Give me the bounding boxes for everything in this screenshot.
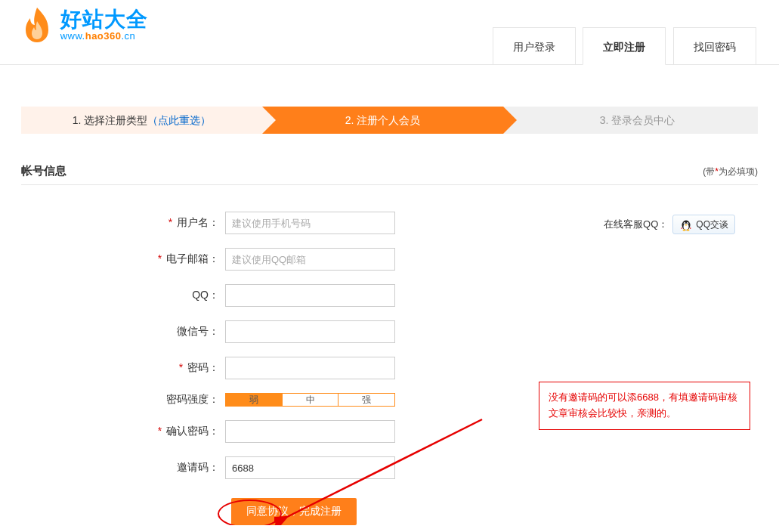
- username-input[interactable]: [225, 212, 395, 234]
- strength-strong: 强: [338, 394, 394, 406]
- svg-point-6: [685, 224, 688, 225]
- confirm-password-input[interactable]: [225, 420, 395, 443]
- qq-penguin-icon: [679, 218, 693, 231]
- step-1: 1. 选择注册类型（点此重选）: [21, 107, 262, 134]
- form-area: 在线客服QQ： QQ交谈: [21, 212, 758, 525]
- section-header: 帐号信息 (带*为必填项): [21, 164, 758, 185]
- svg-point-8: [687, 230, 690, 231]
- step-bar: 1. 选择注册类型（点此重选） 2. 注册个人会员 3. 登录会员中心: [21, 107, 758, 134]
- qq-label: QQ：: [21, 289, 225, 302]
- flame-icon: [21, 6, 53, 48]
- tab-recover[interactable]: 找回密码: [673, 27, 756, 65]
- site-logo[interactable]: 好站大全 www.hao360.cn: [21, 6, 148, 48]
- step-2: 2. 注册个人会员: [262, 107, 503, 134]
- section-title: 帐号信息: [21, 164, 66, 178]
- password-input[interactable]: [225, 357, 395, 379]
- nav-tabs: 用户登录 立即注册 找回密码: [488, 27, 756, 65]
- username-label: * 用户名：: [21, 216, 225, 230]
- password-label: * 密码：: [21, 361, 225, 375]
- confirm-password-label: * 确认密码：: [21, 425, 225, 438]
- tab-login[interactable]: 用户登录: [493, 27, 576, 65]
- required-note: (带*为必填项): [703, 165, 758, 178]
- qq-chat-button[interactable]: QQ交谈: [672, 215, 735, 234]
- invite-input[interactable]: [225, 456, 395, 479]
- step-3: 3. 登录会员中心: [503, 107, 758, 134]
- qq-service-label: 在线客服QQ：: [604, 218, 668, 231]
- invite-label: 邀请码：: [21, 461, 225, 475]
- logo-url: www.hao360.cn: [60, 30, 148, 42]
- strength-label: 密码强度：: [21, 393, 225, 407]
- logo-title: 好站大全: [60, 9, 148, 30]
- strength-weak: 弱: [226, 394, 282, 406]
- email-label: * 电子邮箱：: [21, 252, 225, 266]
- svg-point-7: [683, 230, 686, 231]
- email-input[interactable]: [225, 248, 395, 271]
- header: 好站大全 www.hao360.cn 用户登录 立即注册 找回密码: [0, 0, 779, 65]
- svg-point-5: [687, 223, 688, 224]
- tab-register[interactable]: 立即注册: [583, 27, 666, 65]
- annotation-box: 没有邀请码的可以添6688，有填邀请码审核文章审核会比较快，亲测的。: [539, 382, 750, 430]
- submit-button[interactable]: 同意协议，完成注册: [231, 498, 357, 525]
- qq-input[interactable]: [225, 284, 395, 307]
- wechat-input[interactable]: [225, 320, 395, 343]
- strength-mid: 中: [282, 394, 338, 406]
- password-strength-bar: 弱 中 强: [225, 393, 395, 407]
- svg-point-4: [685, 223, 685, 224]
- wechat-label: 微信号：: [21, 325, 225, 339]
- step-1-reselect-link[interactable]: （点此重选）: [147, 114, 211, 126]
- qq-service: 在线客服QQ： QQ交谈: [604, 215, 735, 234]
